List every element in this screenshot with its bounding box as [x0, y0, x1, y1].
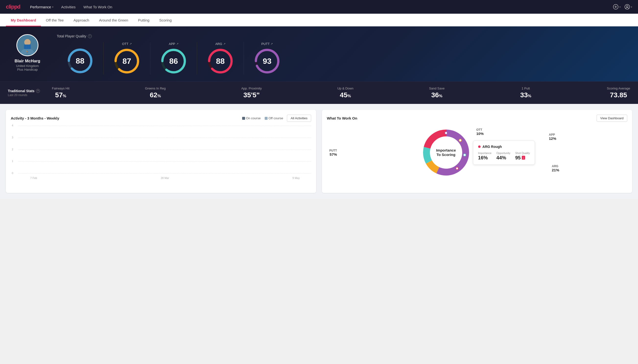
top-navigation: clippd Performance ▾ Activities What To … — [0, 0, 638, 14]
x-axis-label — [257, 176, 283, 180]
trad-stats-label: Traditional Stats ? Last 20 rounds — [8, 89, 52, 97]
shot-quality-badge: ↓ — [522, 156, 525, 160]
quality-circle-total: 88 — [57, 42, 104, 74]
work-on-card: What To Work On View Dashboard PUTT 57% … — [322, 110, 632, 193]
tab-off-the-tee[interactable]: Off the Tee — [41, 14, 69, 26]
nav-activities[interactable]: Activities — [61, 5, 76, 9]
svg-point-31 — [456, 167, 458, 170]
tooltip-importance: Importance 16% — [478, 152, 492, 160]
trad-stat-item: 1 Putt 33% — [520, 86, 531, 99]
trad-stat-item: Sand Save 36% — [429, 86, 445, 99]
circle-app: 86 — [160, 48, 187, 74]
nav-links: Performance ▾ Activities What To Work On — [30, 5, 613, 9]
avatar: 🏌️ — [17, 34, 39, 56]
traditional-stats: Traditional Stats ? Last 20 rounds Fairw… — [0, 82, 638, 104]
view-dashboard-button[interactable]: View Dashboard — [597, 115, 627, 122]
chevron-down-icon: ▾ — [631, 6, 632, 8]
work-on-card-title: What To Work On — [327, 116, 357, 120]
quality-title: Total Player Quality ? — [57, 34, 630, 38]
plus-circle-icon — [613, 4, 618, 10]
svg-point-3 — [625, 4, 630, 9]
nav-performance[interactable]: Performance ▾ — [30, 5, 53, 9]
x-axis-label — [231, 176, 257, 180]
info-icon[interactable]: ? — [88, 34, 92, 38]
trad-stats-subtitle: Last 20 rounds — [8, 94, 52, 97]
tab-approach[interactable]: Approach — [69, 14, 94, 26]
trad-stat-item: Up & Down 45% — [337, 86, 353, 99]
all-activities-button[interactable]: All Activities — [287, 115, 311, 122]
svg-point-11 — [79, 71, 81, 73]
player-country: United Kingdom — [16, 64, 39, 68]
svg-text:🏌️: 🏌️ — [26, 50, 29, 54]
trad-info-icon[interactable]: ? — [36, 89, 40, 93]
circle-arg: 88 — [207, 48, 234, 74]
circle-ott: 87 — [113, 48, 140, 74]
quality-circle-putt: PUTT ↗ 93 — [244, 42, 290, 74]
chevron-down-icon: ▾ — [52, 6, 53, 8]
donut-label-app: APP 12% — [549, 133, 556, 140]
off-course-dot — [265, 117, 268, 120]
tab-my-dashboard[interactable]: My Dashboard — [6, 14, 41, 26]
svg-point-29 — [459, 139, 462, 142]
quality-circle-ott: OTT ↗ 87 — [104, 42, 150, 74]
bars-area — [19, 126, 311, 174]
legend-off-course: Off course — [265, 116, 283, 120]
add-button[interactable]: ▾ — [613, 4, 621, 10]
x-axis-label — [204, 176, 230, 180]
arrow-up-icon: ↗ — [271, 42, 273, 46]
svg-rect-7 — [24, 44, 31, 49]
x-axis-label — [47, 176, 73, 180]
tab-putting[interactable]: Putting — [133, 14, 154, 26]
trad-stat-item: Greens In Reg 62% — [145, 86, 166, 99]
user-menu-button[interactable]: ▾ — [624, 4, 632, 10]
svg-point-30 — [464, 154, 466, 156]
arrow-up-icon: ↗ — [129, 42, 132, 46]
circle-putt: 93 — [254, 48, 281, 74]
tooltip-stats: Importance 16% Opportunity 44% — [478, 152, 530, 160]
svg-point-6 — [24, 39, 31, 46]
on-course-dot — [242, 117, 245, 120]
svg-point-23 — [271, 70, 273, 72]
arrow-up-icon: ↗ — [176, 42, 178, 46]
player-handicap: Plus Handicap — [17, 68, 38, 72]
quality-circle-app: APP ↗ 86 — [150, 42, 197, 74]
hero-section: 🏌️ Blair McHarg United Kingdom Plus Hand… — [0, 26, 638, 82]
trad-stat-item: Fairways Hit 57% — [52, 86, 70, 99]
svg-point-28 — [445, 132, 447, 134]
chart-legend: On course Off course — [242, 116, 283, 120]
x-axis-label — [99, 176, 126, 180]
work-on-card-header: What To Work On View Dashboard — [327, 115, 627, 122]
tab-around-the-green[interactable]: Around the Green — [94, 14, 133, 26]
tooltip-opportunity: Opportunity 44% — [497, 152, 510, 160]
arrow-up-icon: ↗ — [223, 42, 226, 46]
quality-circle-arg: ARG ↗ 88 — [197, 42, 244, 74]
svg-point-20 — [227, 68, 229, 70]
donut-center-text: Importance To Scoring — [436, 148, 456, 157]
player-name: Blair McHarg — [15, 59, 40, 64]
activity-card: Activity - 3 Months - Weekly On course O… — [6, 110, 316, 193]
x-axis-label: 9 May — [283, 176, 309, 180]
activity-bar-chart: 4 3 2 1 0 — [11, 126, 311, 180]
player-info: 🏌️ Blair McHarg United Kingdom Plus Hand… — [8, 34, 47, 72]
donut-label-putt: PUTT 57% — [329, 149, 337, 156]
chevron-down-icon: ▾ — [619, 6, 621, 8]
circle-total: 88 — [67, 48, 94, 74]
quality-section: Total Player Quality ? 88 OTT ↗ — [57, 34, 630, 74]
stat-items: Fairways Hit 57% Greens In Reg 62% App. … — [52, 86, 630, 99]
tabs-bar: My Dashboard Off the Tee Approach Around… — [0, 14, 638, 26]
donut-chart: Importance To Scoring — [419, 126, 473, 180]
tab-scoring[interactable]: Scoring — [154, 14, 176, 26]
svg-point-4 — [626, 6, 628, 7]
nav-what-to-work-on[interactable]: What To Work On — [84, 5, 112, 9]
quality-circles: 88 OTT ↗ 87 APP ↗ — [57, 42, 630, 74]
activity-card-title: Activity - 3 Months - Weekly — [11, 116, 59, 120]
x-axis-label — [178, 176, 204, 180]
arg-rough-tooltip: ARG Rough Importance 16% Opportunity — [473, 140, 535, 165]
app-logo: clippd — [6, 4, 20, 10]
trad-stat-item: Scoring Average 73.85 — [607, 86, 630, 99]
user-icon — [624, 4, 630, 10]
x-axis-label: 28 Mar — [152, 176, 178, 180]
donut-label-ott: OTT 10% — [476, 128, 484, 136]
nav-right-actions: ▾ ▾ — [613, 4, 632, 10]
trad-stat-item: App. Proximity 35'5" — [241, 86, 262, 99]
